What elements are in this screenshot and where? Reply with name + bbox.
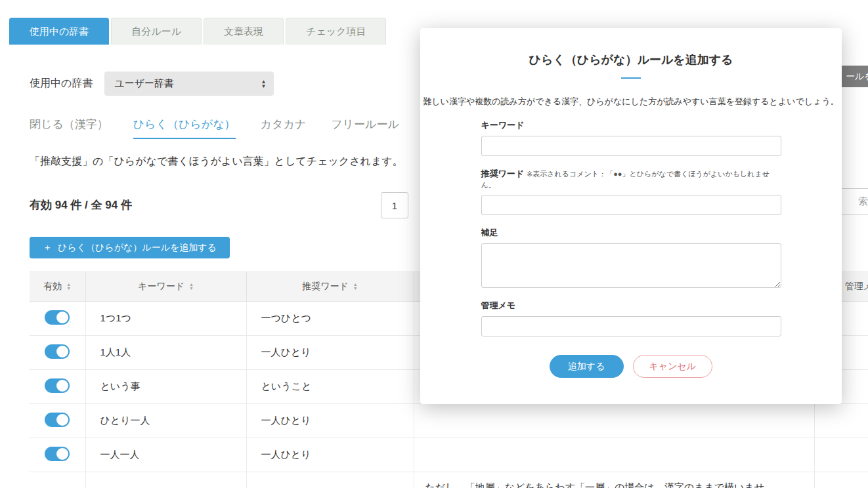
keyword-cell: ひとり一人 — [85, 404, 246, 438]
suggestion-cell: ということ — [246, 370, 414, 404]
note-cell — [414, 438, 814, 472]
modal-title-divider — [621, 77, 641, 79]
cancel-button[interactable]: キャンセル — [633, 355, 713, 378]
enabled-toggle[interactable] — [45, 378, 70, 393]
page: 使用中の辞書 自分ルール 文章表現 チェック項目 使用中の辞書 ユーザー辞書 ▲… — [0, 0, 868, 488]
note-textarea[interactable] — [481, 243, 781, 288]
modal-buttons: 追加する キャンセル — [481, 355, 781, 378]
modal-form: キーワード 推奨ワード※表示されるコメント：「●●」とひらがなで書くほうがよいか… — [481, 119, 781, 378]
keyword-label: キーワード — [481, 119, 781, 131]
table-row: ただし、「地層」などをあらわす「一層」の場合は、漢字のままで構いませ — [30, 472, 868, 488]
keyword-input[interactable] — [481, 136, 781, 156]
add-rule-modal: ひらく（ひらがな）ルールを追加する 難しい漢字や複数の読み方ができる漢字、ひらが… — [420, 28, 842, 404]
keyword-cell: という事 — [85, 370, 246, 404]
sort-icon[interactable]: ▲▼ — [353, 283, 358, 291]
header-suggestion: 推奨ワード ▲▼ — [246, 272, 414, 302]
dictionary-selected-value: ユーザー辞書 — [114, 77, 174, 90]
dictionary-select[interactable]: ユーザー辞書 ▲▼ — [104, 71, 274, 96]
suggestion-cell: 一人ひとり — [246, 438, 414, 472]
table-row: 一人一人 一人ひとり — [30, 438, 868, 472]
suggestion-label: 推奨ワード※表示されるコメント：「●●」とひらがなで書くほうがよいかもしれません… — [481, 168, 781, 190]
memo-label: 管理メモ — [481, 300, 781, 312]
subtab-free-rules[interactable]: フリールール — [331, 117, 399, 139]
tab-text-expression[interactable]: 文章表現 — [204, 18, 284, 45]
enabled-toggle[interactable] — [45, 310, 70, 325]
header-enabled: 有効 ▲▼ — [30, 272, 85, 302]
header-keyword: キーワード ▲▼ — [85, 272, 246, 302]
suggestion-input[interactable] — [481, 195, 781, 215]
suggestion-note: ※表示されるコメント：「●●」とひらがなで書くほうがよいかもしれません。 — [481, 170, 770, 189]
memo-cell — [814, 438, 868, 472]
table-row: ひとり一人 一人ひとり — [30, 404, 868, 438]
dictionary-label: 使用中の辞書 — [30, 77, 93, 91]
memo-input[interactable] — [481, 316, 781, 336]
memo-cell — [814, 472, 868, 488]
enabled-toggle[interactable] — [45, 447, 70, 461]
subtab-katakana[interactable]: カタカナ — [261, 117, 307, 139]
note-cell: ただし、「地層」などをあらわす「一層」の場合は、漢字のままで構いませ — [414, 472, 814, 488]
keyword-cell: 1人1人 — [85, 336, 246, 370]
sort-icon[interactable]: ▲▼ — [66, 283, 71, 291]
page-number-input[interactable] — [381, 192, 408, 218]
suggestion-cell — [246, 472, 414, 488]
plus-icon: ＋ — [43, 242, 52, 254]
submit-button[interactable]: 追加する — [550, 355, 624, 378]
note-label: 補足 — [481, 227, 781, 239]
enabled-toggle[interactable] — [45, 413, 70, 427]
memo-cell — [814, 404, 868, 438]
subtab-open-hiragana[interactable]: ひらく（ひらがな） — [133, 117, 236, 139]
sort-icon[interactable]: ▲▼ — [189, 283, 194, 291]
add-rule-button-label: ひらく（ひらがな）ルールを追加する — [58, 242, 217, 254]
keyword-cell: 1つ1つ — [85, 302, 246, 336]
suggestion-cell: 一人ひとり — [246, 336, 414, 370]
suggestion-cell: 一つひとつ — [246, 302, 414, 336]
note-cell — [414, 404, 814, 438]
subtab-close-kanji[interactable]: 閉じる（漢字） — [30, 117, 108, 139]
keyword-cell: 一人一人 — [85, 438, 246, 472]
modal-description: 難しい漢字や複数の読み方ができる漢字、ひらがなにした方が読みやすい言葉を登録する… — [420, 96, 842, 108]
enabled-toggle[interactable] — [45, 344, 70, 359]
select-arrows-icon: ▲▼ — [261, 79, 266, 89]
modal-title: ひらく（ひらがな）ルールを追加する — [420, 52, 842, 68]
suggestion-cell: 一人ひとり — [246, 404, 414, 438]
rule-counts: 有効 94 件 / 全 94 件 — [30, 199, 132, 211]
tab-check-items[interactable]: チェック項目 — [286, 18, 386, 45]
keyword-cell — [85, 472, 246, 488]
tab-own-rules[interactable]: 自分ルール — [111, 18, 202, 45]
tab-dictionary-in-use[interactable]: 使用中の辞書 — [9, 18, 109, 45]
add-rule-button[interactable]: ＋ ひらく（ひらがな）ルールを追加する — [30, 237, 230, 258]
